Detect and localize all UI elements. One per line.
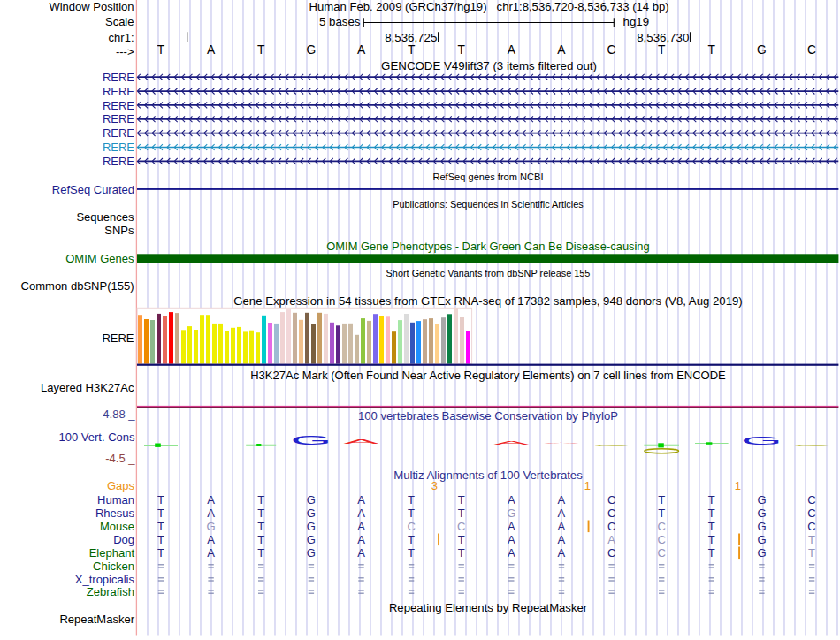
svg-text:X_tropicalis: X_tropicalis	[75, 573, 135, 586]
svg-text:A: A	[558, 493, 566, 507]
svg-text:A: A	[357, 520, 365, 533]
svg-text:T: T	[458, 43, 466, 57]
svg-text:C: C	[607, 507, 615, 520]
svg-text:T: T	[157, 533, 164, 546]
svg-text:Gaps: Gaps	[107, 479, 135, 492]
svg-text:A: A	[343, 438, 379, 446]
svg-text:G: G	[306, 43, 316, 57]
svg-text:chr1:8,536,720-8,536,733 (14 b: chr1:8,536,720-8,536,733 (14 bp)	[497, 0, 669, 13]
svg-text:C: C	[658, 520, 666, 533]
svg-text:A: A	[508, 533, 515, 546]
svg-text:G: G	[757, 493, 766, 507]
svg-text:T: T	[408, 493, 415, 507]
svg-text:T: T	[458, 546, 465, 560]
svg-text:A: A	[508, 546, 515, 560]
svg-text:A: A	[493, 440, 530, 446]
svg-text:A: A	[607, 533, 615, 546]
svg-text:T: T	[458, 507, 465, 520]
svg-text:Sequences: Sequences	[76, 210, 134, 224]
svg-text:T: T	[157, 520, 164, 533]
svg-text:100 Vert. Cons: 100 Vert. Cons	[59, 430, 135, 444]
svg-text:Scale: Scale	[105, 15, 134, 28]
svg-text:G: G	[307, 533, 316, 546]
svg-text:G: G	[757, 43, 767, 57]
svg-text:C: C	[658, 533, 666, 546]
svg-text:A: A	[207, 493, 215, 507]
svg-text:T: T	[708, 507, 715, 520]
svg-text:G: G	[207, 520, 216, 533]
svg-text:C: C	[457, 520, 465, 533]
svg-text:A: A	[357, 533, 365, 546]
svg-text:T: T	[658, 507, 665, 520]
svg-text:G: G	[757, 507, 766, 520]
svg-text:GENCODE V49lift37 (3 items fil: GENCODE V49lift37 (3 items filtered out)	[381, 59, 597, 72]
svg-text:3: 3	[431, 479, 438, 492]
svg-text:A: A	[207, 533, 215, 546]
svg-text:G: G	[757, 533, 766, 546]
svg-text:T: T	[257, 507, 264, 520]
svg-text:RERE: RERE	[103, 126, 134, 140]
svg-text:T: T	[257, 520, 264, 533]
svg-text:RERE: RERE	[102, 331, 134, 345]
svg-text:100 vertebrates Basewise Conse: 100 vertebrates Basewise Conservation by…	[358, 409, 618, 423]
svg-text:C: C	[407, 520, 415, 533]
svg-text:A: A	[544, 442, 580, 445]
svg-text:Rhesus: Rhesus	[95, 507, 135, 520]
svg-text:T: T	[257, 546, 264, 560]
svg-text:Elephant: Elephant	[89, 546, 135, 560]
svg-text:1: 1	[735, 479, 741, 492]
svg-text:C: C	[807, 43, 816, 57]
svg-text:SNPs: SNPs	[104, 224, 134, 237]
svg-text:Short Genetic Variants from db: Short Genetic Variants from dbSNP releas…	[386, 268, 591, 278]
svg-text:A: A	[508, 493, 515, 507]
svg-text:T: T	[708, 546, 715, 560]
svg-text:A: A	[357, 43, 366, 57]
svg-text:RERE: RERE	[103, 71, 134, 84]
svg-text:A: A	[207, 546, 215, 560]
svg-text:8,536,730: 8,536,730	[637, 31, 689, 44]
svg-text:Layered H3K27Ac: Layered H3K27Ac	[41, 381, 134, 394]
svg-text:RERE: RERE	[103, 141, 134, 154]
svg-text:Multiz Alignments of 100 Verte: Multiz Alignments of 100 Vertebrates	[393, 469, 583, 482]
svg-text:-4.5 _: -4.5 _	[105, 452, 135, 465]
svg-text:T: T	[708, 520, 715, 533]
svg-text:C: C	[807, 507, 815, 520]
svg-text:G: G	[757, 546, 766, 560]
svg-text:T: T	[708, 493, 715, 507]
svg-text:Window Position: Window Position	[49, 0, 134, 13]
svg-text:C: C	[607, 520, 615, 533]
svg-text:A: A	[558, 520, 566, 533]
svg-text:hg19: hg19	[623, 15, 650, 28]
svg-text:4.88 _: 4.88 _	[103, 408, 135, 421]
svg-text:T: T	[157, 546, 164, 560]
svg-text:A: A	[558, 533, 566, 546]
svg-text:5 bases: 5 bases	[319, 15, 361, 28]
svg-text:G: G	[757, 520, 766, 533]
svg-text:RepeatMasker: RepeatMasker	[59, 613, 134, 626]
svg-text:RefSeq Curated: RefSeq Curated	[52, 183, 134, 196]
svg-text:C: C	[592, 444, 630, 446]
svg-text:T: T	[808, 533, 815, 546]
svg-text:T: T	[408, 507, 415, 520]
svg-text:T: T	[408, 43, 416, 57]
svg-text:Publications: Sequences in Sci: Publications: Sequences in Scientific Ar…	[393, 199, 584, 210]
svg-text:T: T	[408, 533, 415, 546]
svg-text:A: A	[558, 546, 566, 560]
svg-text:T: T	[157, 43, 165, 57]
svg-text:Dog: Dog	[113, 533, 134, 546]
svg-text:A: A	[558, 507, 566, 520]
svg-text:1: 1	[584, 479, 591, 492]
svg-text:A: A	[207, 507, 215, 520]
svg-text:chr1:: chr1:	[109, 31, 134, 44]
svg-text:T: T	[157, 493, 164, 507]
svg-text:--->: --->	[116, 45, 134, 58]
svg-text:G: G	[307, 507, 316, 520]
svg-text:C: C	[658, 546, 666, 560]
svg-text:H3K27Ac Mark (Often Found Near: H3K27Ac Mark (Often Found Near Active Re…	[250, 369, 726, 382]
svg-text:A: A	[207, 43, 216, 57]
svg-text:8,536,725: 8,536,725	[385, 31, 437, 44]
svg-text:Human Feb. 2009 (GRCh37/hg19): Human Feb. 2009 (GRCh37/hg19)	[309, 0, 487, 13]
svg-text:C: C	[607, 43, 616, 57]
svg-text:T: T	[408, 546, 415, 560]
svg-text:Mouse: Mouse	[100, 520, 134, 533]
